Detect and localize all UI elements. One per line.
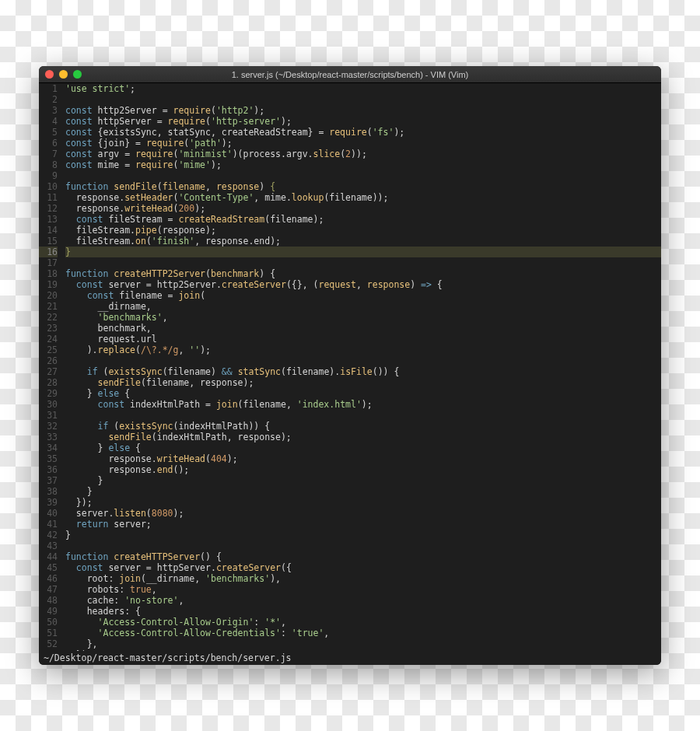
line-number: 8 [39,159,58,170]
code-line[interactable]: const mime = require('mime'); [65,159,661,170]
line-number: 47 [39,584,58,595]
code-line[interactable]: } else { [65,388,661,399]
line-number: 5 [39,127,58,138]
code-line[interactable] [65,410,661,421]
zoom-icon[interactable] [73,70,82,79]
line-number: 28 [39,377,58,388]
line-number: 15 [39,236,58,247]
code-line[interactable]: __dirname, [65,301,661,312]
code-content[interactable]: 'use strict'; const http2Server = requir… [62,83,661,651]
code-line[interactable]: root: join(__dirname, 'benchmarks'), [65,573,661,584]
code-line[interactable] [65,540,661,551]
traffic-lights [45,70,82,79]
line-number: 39 [39,497,58,508]
line-number: 17 [39,257,58,268]
editor-area[interactable]: 1234567891011121314151617181920212223242… [39,83,661,651]
line-number: 24 [39,334,58,345]
line-number: 49 [39,606,58,617]
code-line[interactable]: const filename = join( [65,290,661,301]
code-line[interactable]: benchmark, [65,323,661,334]
editor-window: 1. server.js (~/Desktop/react-master/scr… [39,66,661,665]
code-line[interactable]: const server = httpServer.createServer({ [65,562,661,573]
code-line[interactable] [65,355,661,366]
code-line[interactable]: if (existsSync(indexHtmlPath)) { [65,421,661,432]
code-line[interactable] [65,94,661,105]
code-line[interactable] [65,170,661,181]
code-line[interactable]: function sendFile(filename, response) { [65,181,661,192]
code-line[interactable]: cache: 'no-store', [65,595,661,606]
code-line[interactable]: ).replace(/\?.*/g, ''); [65,345,661,355]
code-line[interactable]: server.listen(8080); [65,508,661,519]
line-number: 10 [39,181,58,192]
code-line[interactable]: request.url [65,334,661,345]
code-line[interactable]: } [65,486,661,497]
code-line[interactable]: const httpServer = require('http-server'… [65,116,661,127]
code-line[interactable]: headers: { [65,606,661,617]
line-number: 13 [39,214,58,225]
code-line[interactable]: function createHTTP2Server(benchmark) { [65,268,661,279]
code-line[interactable]: response.writeHead(200); [65,203,661,214]
code-line[interactable]: const argv = require('minimist')(process… [65,149,661,159]
titlebar[interactable]: 1. server.js (~/Desktop/react-master/scr… [39,66,661,83]
line-number-gutter: 1234567891011121314151617181920212223242… [39,83,62,651]
code-line[interactable] [65,257,661,268]
code-line[interactable]: fileStream.pipe(response); [65,225,661,236]
line-number: 41 [39,519,58,530]
code-line[interactable]: response.end(); [65,464,661,475]
code-line[interactable]: sendFile(indexHtmlPath, response); [65,432,661,442]
line-number: 32 [39,421,58,432]
code-line[interactable]: } [65,247,661,257]
line-number: 7 [39,149,58,159]
code-line[interactable]: response.setHeader('Content-Type', mime.… [65,192,661,203]
line-number: 14 [39,225,58,236]
code-line[interactable]: return server; [65,519,661,530]
line-number: 23 [39,323,58,334]
line-number: 43 [39,540,58,551]
line-number: 27 [39,366,58,377]
code-line[interactable]: sendFile(filename, response); [65,377,661,388]
line-number: 18 [39,268,58,279]
line-number: 31 [39,410,58,421]
line-number: 1 [39,83,58,94]
line-number: 35 [39,453,58,464]
line-number: 30 [39,399,58,410]
code-line[interactable]: const http2Server = require('http2'); [65,105,661,116]
line-number: 33 [39,432,58,442]
code-line[interactable]: 'benchmarks', [65,312,661,323]
code-line[interactable]: if (existsSync(filename) && statSync(fil… [65,366,661,377]
code-line[interactable]: function createHTTPServer() { [65,551,661,562]
code-line[interactable]: 'use strict'; [65,83,661,94]
minimize-icon[interactable] [59,70,68,79]
code-line[interactable]: 'Access-Control-Allow-Origin': '*', [65,617,661,628]
code-line[interactable]: const server = http2Server.createServer(… [65,279,661,290]
code-line[interactable]: robots: true, [65,584,661,595]
line-number: 37 [39,475,58,486]
code-line[interactable]: 'Access-Control-Allow-Credentials': 'tru… [65,628,661,638]
line-number: 26 [39,355,58,366]
line-number: 6 [39,138,58,149]
line-number: 38 [39,486,58,497]
code-line[interactable]: }); [65,497,661,508]
line-number: 44 [39,551,58,562]
close-icon[interactable] [45,70,54,79]
code-line[interactable]: const indexHtmlPath = join(filename, 'in… [65,399,661,410]
line-number: 42 [39,530,58,540]
code-line[interactable]: fileStream.on('finish', response.end); [65,236,661,247]
line-number: 16 [39,247,58,257]
code-line[interactable]: } [65,530,661,540]
code-line[interactable]: const fileStream = createReadStream(file… [65,214,661,225]
line-number: 48 [39,595,58,606]
window-title: 1. server.js (~/Desktop/react-master/scr… [39,70,661,79]
line-number: 21 [39,301,58,312]
code-line[interactable]: const {existsSync, statSync, createReadS… [65,127,661,138]
status-bar: ~/Desktop/react-master/scripts/bench/ser… [39,651,661,665]
line-number: 25 [39,345,58,355]
code-line[interactable]: const {join} = require('path'); [65,138,661,149]
line-number: 20 [39,290,58,301]
line-number: 11 [39,192,58,203]
code-line[interactable]: } [65,475,661,486]
code-line[interactable]: response.writeHead(404); [65,453,661,464]
code-line[interactable]: } else { [65,442,661,453]
code-line[interactable]: }, [65,638,661,649]
line-number: 50 [39,617,58,628]
